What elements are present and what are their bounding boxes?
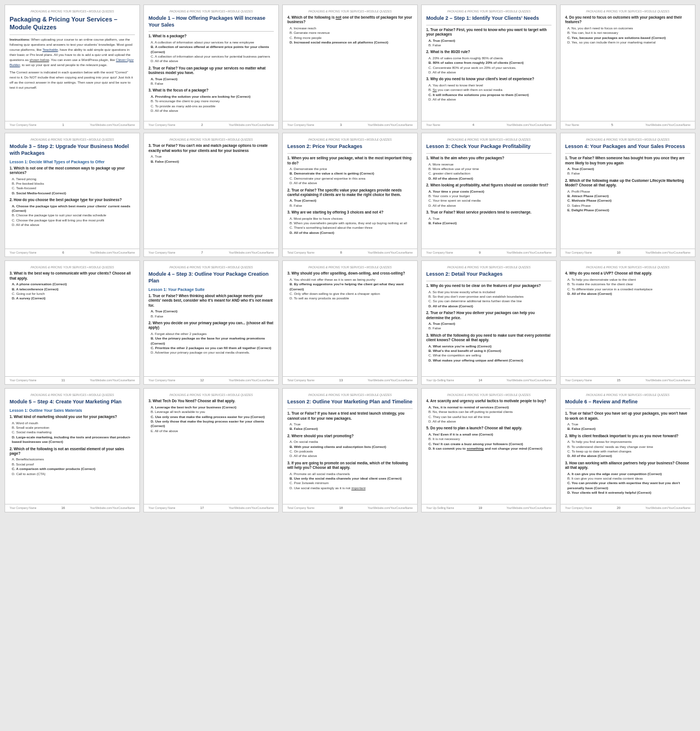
teachable-link[interactable]: Teachable [42,48,58,51]
slide-16-q1-a: A. Word of mouth [12,421,135,425]
slide-14-q1-c: C. So you can determine additional items… [428,299,552,303]
slide-14-q2-a: A. True (Correct) [428,321,552,326]
slide-10-q2: 2. Which of the following make up the Cu… [565,179,690,188]
slide-20-q3-b: B. It can give you more social media con… [567,476,690,481]
slide-10-header: PACKAGING & PRICING YOUR SERVICES • MODU… [565,138,690,141]
slide-18-q3-c: C. Post 3x/week minimum [290,481,413,485]
slide-2-q1-d: D. All of the above [151,59,274,63]
footer-url-8: YourWebsite.com/YourCourseName [368,251,413,254]
slide-6-footer: Your Company Name 6 YourWebsite.com/Your… [5,249,139,254]
page-num-1: 1 [62,123,64,127]
slide-9-q3: 3. True or False? Most service providers… [426,210,552,215]
slide-19-q4-b: B. No, these tactics can be off-putting … [428,410,552,414]
slide-16: PACKAGING & PRICING YOUR SERVICES • MODU… [5,388,140,512]
slide-8-header: PACKAGING & PRICING YOUR SERVICES • MODU… [287,138,413,141]
page-num-20: 20 [617,506,621,510]
footer-url-6: YourWebsite.com/YourCourseName [90,251,135,254]
page-num-6: 6 [62,251,64,254]
footer-brand-15: Your Company Name [565,378,592,382]
slide-15-q4: 4. Why do you need a UVP? Choose all tha… [565,271,690,276]
footer-url-11: YourWebsite.com/YourCourseName [90,378,135,382]
slide-19-q5-a: A. Yes! Even if it is a small one (Corre… [428,432,552,437]
slide-5-q4-b: B. You can, but it is not necessary [567,31,690,35]
slide-12-lesson: Lesson 1: Your Package Suite [148,288,274,291]
slide-17-q3-d: D. Use only those that make the buying p… [151,419,274,429]
slide-20-q2-a: A. To help you find areas for improvemen… [567,440,690,444]
slide-14-q3-b: B. What's the end benefit of using it (C… [428,349,552,353]
slide-10: PACKAGING & PRICING YOUR SERVICES • MODU… [560,133,695,257]
slide-4-footer: Your Name 4 YourWebsite.com/YourCourseNa… [422,121,556,127]
slide-18: PACKAGING & PRICING YOUR SERVICES • MODU… [282,388,418,512]
slide-13-footer: Total Company Name 13 YourWebsite.com/Yo… [283,376,417,382]
footer-url-2: YourWebsite.com/YourCourseName [229,123,274,127]
slide-16-q1-b: B. Small scale promotion [12,425,135,430]
slide-12-footer: Your Company Name 12 YourWebsite.com/You… [144,376,278,382]
slide-14-footer: Your Up-Selling Name 14 YourWebsite.com/… [422,376,556,382]
slide-14-q3-c: C. What the competition are selling [428,353,552,358]
slide-13-q3-b: B. By offering suggestions you're helpin… [290,282,413,291]
slide-16-footer: Your Company Name 16 YourWebsite.com/You… [5,504,139,510]
slide-14-q3: 3. Which of the following do you need to… [426,333,552,343]
slide-13-q3-c: C. Only offer down-selling to give the c… [290,291,413,296]
slide-18-q1: 1. True or False? If you have a tried an… [287,411,413,421]
footer-brand-14: Your Up-Selling Name [426,378,454,382]
slide-4-q3-b: B. So you can connect with them on socia… [428,88,552,92]
page-num-4: 4 [473,123,474,127]
clever-quiz-link[interactable]: Clever Quiz Builder [10,58,134,67]
slide-8-q3-d: D. All of the above (Correct) [290,230,413,235]
slide-13-header: PACKAGING & PRICING YOUR SERVICES • MODU… [287,266,413,269]
slide-17-q3-c: C. Use only ones that make the selling p… [151,415,274,419]
slide-20-q2: 2. Why is client feedback important to y… [565,434,690,438]
slide-8-q1: 1. When you are selling your package, wh… [287,156,413,166]
slide-3-header: PACKAGING & PRICING YOUR SERVICES • MODU… [287,10,413,13]
footer-url-3: YourWebsite.com/YourCourseName [368,123,413,127]
page-num-9: 9 [479,251,480,254]
slide-20-q3: 3. How can working with alliance partner… [565,461,690,471]
slide-11-q3-c: C. Going out for lunch [12,291,135,296]
footer-brand-8: Total Company Name [287,251,314,254]
slide-4-q3-d: D. All of the above [428,97,552,102]
slide-19-q5-b: B. It is not necessary [428,437,552,441]
slide-8-q3-a: A. Most people like to have choices [290,216,413,221]
slide-8-q1-d: D. All of the above [290,181,413,185]
slide-16-title: Module 5 – Step 4: Create Your Marketing… [10,399,135,406]
slide-9-q1-a: A. More revenue [428,162,552,167]
slide-10-q2-e: E. Delight Phase (Correct) [567,208,690,212]
slide-6-q1-b: B. Pre-booked blocks [12,181,135,186]
footer-url-4: YourWebsite.com/YourCourseName [506,123,552,127]
slide-6-q2-d: D. All of the above [12,223,135,227]
slide-10-q2-a: A. Profit Phase [567,189,690,194]
slide-18-header: PACKAGING & PRICING YOUR SERVICES • MODU… [287,393,413,397]
slide-15: PACKAGING & PRICING YOUR SERVICES • MODU… [560,260,695,385]
slide-19-footer: Your Up-Selling Name 19 YourWebsite.com/… [422,504,556,510]
slide-11-footer: Your Company Name 11 YourWebsite.com/You… [5,376,139,382]
slide-20-q2-c: C. To keep up to date with market change… [567,449,690,454]
slide-15-q4-c: C. To differentiate your service in a cr… [567,287,690,291]
footer-brand-1: Your Company Name [10,123,37,127]
slide-9-q1-d: D. All of the above (Correct) [428,176,552,181]
slide-19-q4-c: C. They can be useful but not all the ti… [428,415,552,419]
slide-14-q3-a: A. What service you're selling (Correct) [428,344,552,349]
slide-6-q2-a: A. Choose the package type which best me… [12,204,135,214]
slide-6-q1-d: D. Social Media-focused (Correct) [12,191,135,195]
slide-18-footer: Total Company Name 18 YourWebsite.com/Yo… [283,504,417,510]
slide-20-q3-d: D. Your clients will find it extremely h… [567,490,690,495]
slide-16-q1-c: C. Social media marketing [12,430,135,434]
page-num-10: 10 [617,251,621,254]
slide-5-q4-d: D. Yes, so you can include them in your … [567,40,690,45]
slide-2-q1-b: B. A collection of services offered at d… [151,45,274,54]
slide-11-header: PACKAGING & PRICING YOUR SERVICES • MODU… [10,266,135,269]
page-num-11: 11 [62,378,65,382]
slide-9-q1-b: B. More effective use of your time [428,167,552,171]
slide-4-q2-d: D. All of the above [428,70,552,75]
page-num-7: 7 [201,251,203,254]
slide-4-q3: 3. Why do you need to know your client's… [426,77,552,81]
footer-brand-11: Your Company Name [10,378,37,382]
slide-3-q4-d: D. Increased social media presence on al… [290,40,413,45]
slide-8-q1-a: A. Demonstrate the price [290,167,413,171]
slide-19-q5-d: D. It can commit you to something and no… [428,446,552,451]
slide-20-q3-c: C. You can provide your clients with exp… [567,481,690,490]
slide-12-header: PACKAGING & PRICING YOUR SERVICES • MODU… [148,266,274,269]
slide-12-q2-c: C. Prioritize the other 2 packages so yo… [151,346,274,350]
slide-9-q2-b: B. Your costs x your budget [428,194,552,198]
